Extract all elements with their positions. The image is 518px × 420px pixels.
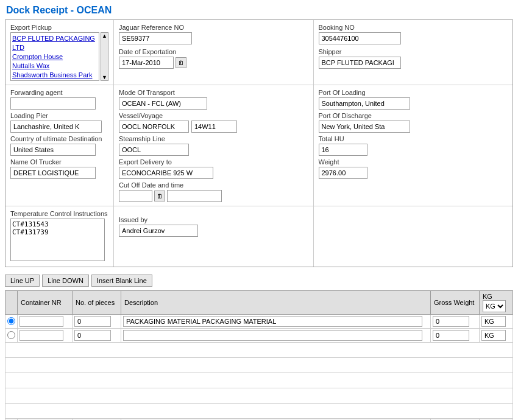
row1-radio[interactable]: [7, 317, 15, 325]
pickup-line-3[interactable]: Nuttalls Wax: [12, 61, 98, 71]
row1-description-cell: [121, 315, 431, 329]
forwarding-agent-label: Forwarding agent: [10, 89, 108, 96]
date-export-label: Date of Exportation: [119, 48, 308, 55]
jaguar-input[interactable]: [119, 32, 192, 44]
date-export-input[interactable]: [119, 57, 174, 69]
voyage-input[interactable]: [191, 121, 237, 133]
country-dest-label: Country of ultimate Destination: [10, 135, 108, 142]
row2-radio[interactable]: [7, 331, 15, 339]
empty-row: [5, 358, 513, 373]
row2-radio-cell: [5, 329, 18, 343]
port-loading-label: Port Of Loading: [319, 89, 508, 96]
main-form: Export Pickup BCP FLUTED PACKAGING LTD C…: [5, 19, 513, 267]
row1-no-pieces-cell: [73, 315, 121, 329]
trucker-input[interactable]: [10, 167, 96, 179]
pickup-line-4[interactable]: Shadsworth Business Park: [12, 71, 98, 80]
shipper-input[interactable]: [319, 57, 401, 69]
row2-unit-input[interactable]: [481, 330, 506, 341]
loading-pier-label: Loading Pier: [10, 112, 108, 119]
vessel-voyage-label: Vessel/Voyage: [119, 112, 308, 119]
row2-description-input[interactable]: [123, 330, 422, 341]
line-items-table: Container NR No. of pieces Description G…: [5, 290, 513, 420]
booking-no-input[interactable]: [319, 32, 401, 44]
cutoff-date-input[interactable]: [119, 190, 152, 202]
shipper-label: Shipper: [319, 48, 508, 55]
row1-description-input[interactable]: [123, 316, 422, 327]
line-up-button[interactable]: Line UP: [5, 275, 40, 287]
col-temp: Temperature Control Instructions CT#1315…: [5, 206, 114, 267]
table-row: [5, 315, 513, 329]
row1-gross-weight-cell: [431, 315, 480, 329]
date-export-cal[interactable]: 🗓: [176, 57, 186, 68]
port-loading-input[interactable]: [319, 97, 410, 110]
date-export-field: 🗓: [119, 57, 308, 69]
mode-transport-input[interactable]: [119, 97, 207, 110]
export-pickup-list[interactable]: BCP FLUTED PACKAGING LTD Crompton House …: [10, 32, 99, 81]
pickup-line-1[interactable]: BCP FLUTED PACKAGING LTD: [12, 34, 98, 52]
weight-label: Weight: [319, 158, 508, 166]
col-empty-right: [314, 206, 513, 267]
row1-radio-cell: [5, 315, 18, 329]
row2-gross-weight-input[interactable]: [433, 330, 469, 341]
col-forwarding: Forwarding agent Loading Pier Country of…: [5, 85, 114, 206]
steamship-input[interactable]: [119, 144, 189, 156]
row2-container-nr-input[interactable]: [20, 330, 63, 341]
vessel-input[interactable]: [119, 121, 189, 133]
insert-blank-line-button[interactable]: Insert Blank Line: [91, 275, 152, 287]
row2-unit-cell: [480, 329, 513, 343]
port-discharge-input[interactable]: [319, 121, 410, 133]
total-hu-input[interactable]: [319, 144, 367, 156]
row1-container-nr-input[interactable]: [20, 316, 63, 327]
row1-gross-weight-input[interactable]: [433, 316, 469, 327]
line-down-button[interactable]: Line DOWN: [42, 275, 89, 287]
col-transport: Mode Of Transport Vessel/Voyage Steamshi…: [114, 85, 314, 206]
col-export-pickup: Export Pickup BCP FLUTED PACKAGING LTD C…: [5, 20, 114, 85]
row2-no-pieces-input[interactable]: [74, 330, 111, 341]
pickup-scrollbar[interactable]: ▲ ▼: [101, 32, 108, 81]
unit-select-header[interactable]: KG LB: [483, 300, 506, 312]
col-ports: Port Of Loading Port Of Discharge Total …: [314, 85, 513, 206]
row1-container-nr-cell: [18, 315, 73, 329]
page-title: Dock Receipt - OCEAN: [0, 0, 518, 19]
temp-textarea[interactable]: CT#131543 CT#131739: [10, 219, 105, 261]
mode-transport-label: Mode Of Transport: [119, 89, 308, 96]
row2-description-cell: [121, 329, 431, 343]
th-description: Description: [121, 291, 431, 315]
cutoff-cal-btn[interactable]: 🗓: [154, 191, 165, 201]
jaguar-label: Jaguar Reference NO: [119, 24, 308, 31]
row2-gross-weight-cell: [431, 329, 480, 343]
booking-no-label: Booking NO: [319, 24, 508, 31]
temp-label: Temperature Control Instructions: [10, 210, 108, 217]
form-row-middle: Forwarding agent Loading Pier Country of…: [5, 85, 513, 206]
port-discharge-label: Port Of Discharge: [319, 112, 508, 119]
export-delivery-label: Export Delivery to: [119, 158, 308, 166]
row2-container-nr-cell: [18, 329, 73, 343]
pickup-line-2[interactable]: Crompton House: [12, 52, 98, 61]
issued-by-input[interactable]: [119, 225, 198, 237]
row1-unit-input[interactable]: [481, 316, 506, 327]
form-row-top: Export Pickup BCP FLUTED PACKAGING LTD C…: [5, 20, 513, 85]
th-unit-label: KG: [483, 293, 492, 300]
export-pickup-wrapper: BCP FLUTED PACKAGING LTD Crompton House …: [10, 32, 108, 81]
th-gross-weight: Gross Weight: [431, 291, 480, 315]
col-jaguar-date: Jaguar Reference NO Date of Exportation …: [114, 20, 314, 85]
empty-row: [5, 343, 513, 358]
pickup-line-5[interactable]: Blackburn, Lancashire BB1: [12, 80, 98, 81]
th-no-pieces: No. of pieces: [73, 291, 121, 315]
row2-no-pieces-cell: [73, 329, 121, 343]
country-dest-input[interactable]: [10, 144, 96, 156]
empty-row: [5, 404, 513, 419]
cutoff-time-input[interactable]: [167, 190, 222, 202]
col-booking-shipper: Booking NO Shipper: [314, 20, 513, 85]
forwarding-agent-input[interactable]: [10, 97, 96, 110]
row1-no-pieces-input[interactable]: [74, 316, 111, 327]
th-select: [5, 291, 18, 315]
weight-input[interactable]: [319, 167, 367, 179]
col-issued-by: Issued by: [114, 206, 314, 267]
th-container-nr: Container NR: [18, 291, 73, 315]
table-row: [5, 329, 513, 343]
line-actions: Line UP Line DOWN Insert Blank Line: [0, 271, 518, 290]
export-pickup-label: Export Pickup: [10, 24, 108, 31]
export-delivery-input[interactable]: [119, 167, 213, 179]
loading-pier-input[interactable]: [10, 121, 102, 133]
